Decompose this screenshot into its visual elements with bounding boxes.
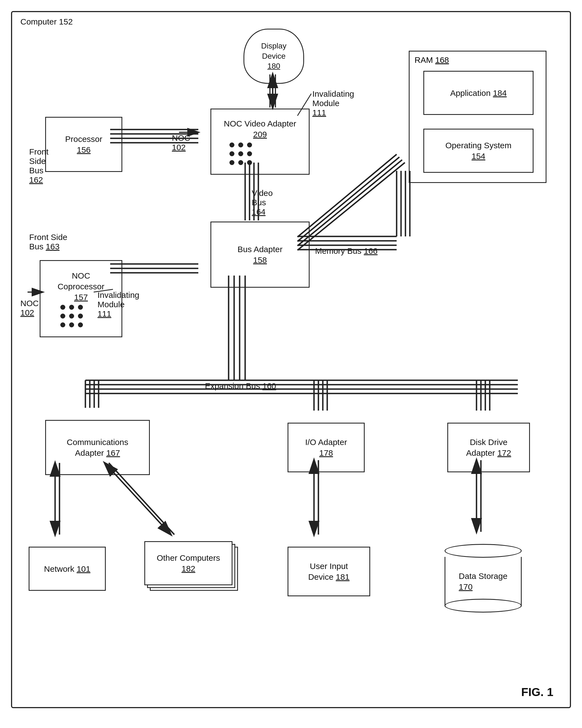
expansion-bus-160-label: Expansion Bus 160 xyxy=(205,381,276,391)
front-side-bus-163-label: Front SideBus 163 xyxy=(29,233,67,251)
memory-bus-166-label: Memory Bus 166 xyxy=(315,246,378,256)
noc-video-adapter-box: NOC Video Adapter209 xyxy=(210,109,310,175)
diagram-border: Computer 152 DisplayDevice180 NOC Video … xyxy=(11,11,571,708)
application-box: Application 184 xyxy=(423,71,533,115)
disk-drive-adapter-box: Disk DriveAdapter 172 xyxy=(447,423,530,472)
processor-box: Processor156 xyxy=(45,117,122,172)
comm-adapter-box: CommunicationsAdapter 167 xyxy=(45,420,150,475)
invalidating-module-bottom-label: InvalidatingModule111 xyxy=(98,290,139,318)
noc-102-bottom-label: NOC102 xyxy=(20,299,39,317)
video-bus-164-label: VideoBus164 xyxy=(252,188,273,216)
invalidating-module-top-label: InvalidatingModule111 xyxy=(312,89,354,118)
network-box: Network 101 xyxy=(29,547,106,591)
ram-box: RAM 168 Application 184 Operating System… xyxy=(409,51,547,183)
computer-label: Computer 152 xyxy=(20,17,73,26)
data-storage-group: Data Storage170 xyxy=(445,544,522,606)
page: Computer 152 DisplayDevice180 NOC Video … xyxy=(0,0,582,728)
fig-label: FIG. 1 xyxy=(521,685,553,699)
front-side-bus-162-label: FrontSideBus162 xyxy=(29,147,49,185)
noc-102-top-label: NOC102 xyxy=(172,133,190,152)
io-adapter-box: I/O Adapter178 xyxy=(288,423,365,472)
display-device-box: DisplayDevice180 xyxy=(243,29,304,84)
user-input-device-box: User InputDevice 181 xyxy=(288,547,370,596)
operating-system-box: Operating System154 xyxy=(423,129,533,173)
bus-adapter-box: Bus Adapter158 xyxy=(210,222,310,288)
